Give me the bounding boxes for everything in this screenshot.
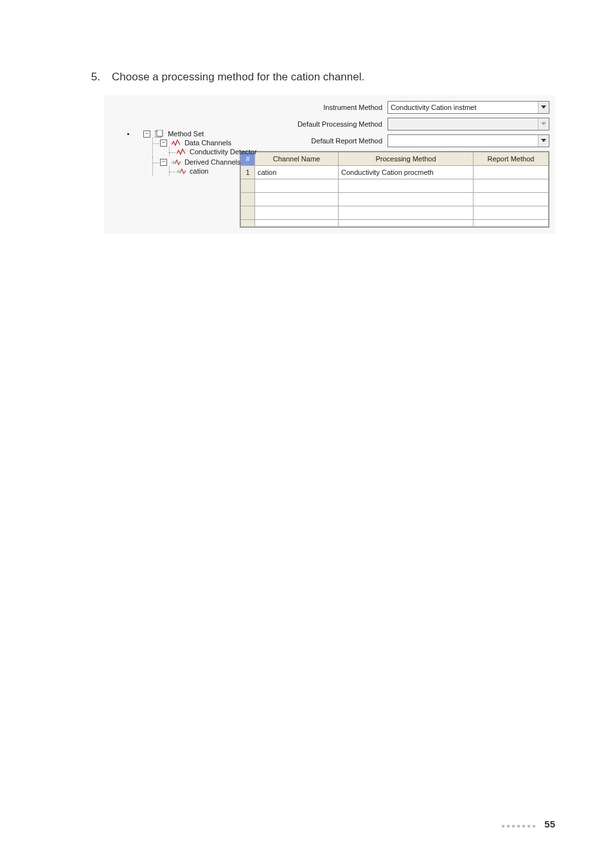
label-default-report-method: Default Report Method [311,137,382,145]
instruction-step: 5. Choose a processing method for the ca… [89,71,555,84]
combo-default-report-method[interactable] [387,134,549,147]
row-instrument-method: Instrument Method Conductivity Cation in… [240,101,549,114]
table-row[interactable] [241,193,549,206]
row-number[interactable] [241,179,255,193]
label-instrument-method: Instrument Method [323,104,382,111]
cell-channel[interactable]: cation [255,166,339,179]
method-set-panel: − Method Set − Data Channels [104,95,555,233]
table-row[interactable] [241,206,549,220]
svg-marker-5 [541,122,546,125]
svg-rect-1 [157,130,163,136]
page-number: 55 [544,818,555,829]
cell-report[interactable] [474,193,549,206]
table-row[interactable]: 1 cation Conductivity Cation procmeth [241,166,549,179]
tree-node-cation[interactable]: d cation [169,166,237,176]
chevron-down-icon[interactable] [538,102,549,113]
channel-icon [177,149,186,155]
channel-icon [172,140,181,146]
svg-marker-6 [541,139,546,142]
form-pane: Instrument Method Conductivity Cation in… [240,98,555,228]
row-default-report-method: Default Report Method [240,134,549,147]
cell-processing[interactable] [339,220,474,227]
page-footer: 55 [502,818,555,829]
tree-label: Derived Channels [184,158,240,166]
label-default-processing-method: Default Processing Method [298,120,382,128]
cell-processing[interactable] [339,206,474,220]
tree-label: Method Set [168,130,204,138]
chevron-down-icon[interactable] [538,135,549,147]
cell-report[interactable] [474,179,549,193]
tree-label: Data Channels [184,139,231,147]
row-default-processing-method: Default Processing Method [240,118,549,131]
cell-processing[interactable] [339,179,474,193]
combo-value: Conductivity Cation instmet [391,104,476,111]
tree-label: Conductivity Detector [190,148,257,156]
row-number[interactable] [241,193,255,206]
cell-channel[interactable] [255,206,339,220]
table-row[interactable] [241,179,549,193]
cell-report[interactable] [474,166,549,179]
footer-dots-icon [502,818,538,829]
method-tree[interactable]: − Method Set − Data Channels [110,129,237,177]
table-row[interactable] [241,220,549,227]
combo-default-processing-method [387,118,549,131]
tree-pane: − Method Set − Data Channels [105,98,240,228]
derived-channel-icon: d [172,159,181,165]
grid-header-processing[interactable]: Processing Method [339,152,474,166]
grid-header-channel[interactable]: Channel Name [255,152,339,166]
svg-marker-4 [541,105,546,109]
step-number: 5. [89,71,100,84]
expander-icon[interactable]: − [160,140,167,147]
row-number[interactable] [241,220,255,227]
tree-node-derived-channels[interactable]: − d Derived Channels d cation [152,157,237,176]
cell-report[interactable] [474,220,549,227]
grid-header-report[interactable]: Report Method [474,152,549,166]
combo-instrument-method[interactable]: Conductivity Cation instmet [387,101,549,114]
tree-node-method-set[interactable]: − Method Set − Data Channels [136,129,237,177]
cell-report[interactable] [474,206,549,220]
cell-channel[interactable] [255,220,339,227]
expander-icon[interactable]: − [143,131,150,138]
tree-node-conductivity-detector[interactable]: Conductivity Detector [169,147,237,156]
tree-node-data-channels[interactable]: − Data Channels Conductivity D [152,138,237,157]
derived-channel-icon: d [177,168,186,174]
cell-channel[interactable] [255,193,339,206]
grid-header-row: # Channel Name Processing Method Report … [241,152,549,166]
row-number[interactable] [241,206,255,220]
channel-grid[interactable]: # Channel Name Processing Method Report … [240,151,549,228]
cell-processing[interactable] [339,193,474,206]
tree-label: cation [190,167,208,175]
svg-text:d: d [177,168,179,174]
cell-channel[interactable] [255,179,339,193]
chevron-down-icon [538,118,549,130]
expander-icon[interactable]: − [160,159,167,166]
document-stack-icon [155,130,164,138]
step-text: Choose a processing method for the catio… [112,71,364,84]
row-number[interactable]: 1 [241,166,255,179]
svg-text:d: d [172,159,174,165]
cell-processing[interactable]: Conductivity Cation procmeth [339,166,474,179]
